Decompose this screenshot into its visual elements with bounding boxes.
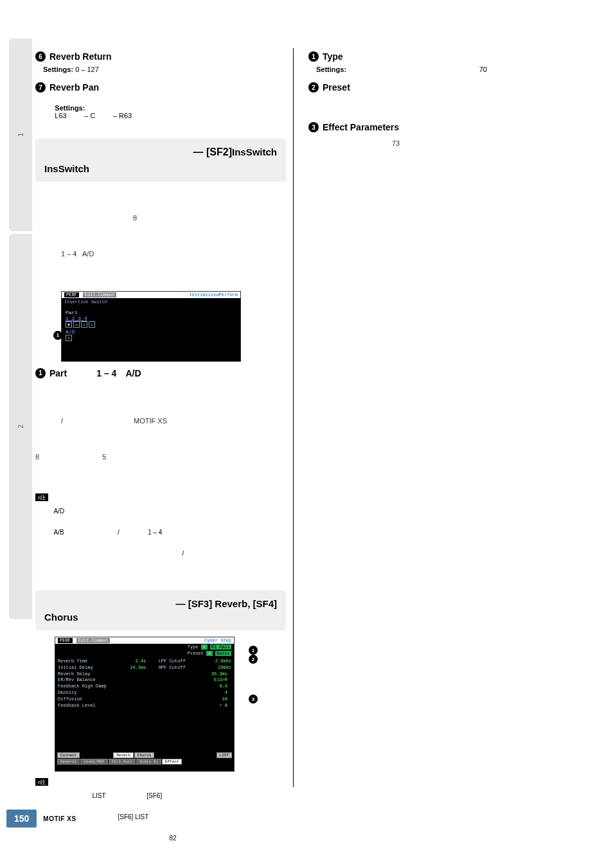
chk: ☑	[73, 321, 80, 328]
ss1-ad: A/D	[66, 329, 236, 335]
pl: Initial Delay	[58, 665, 116, 671]
side-tab-2-label: 2	[17, 425, 24, 429]
screenshot-insswitch: PERF Edit-Common InitializedPerform Inse…	[61, 291, 241, 362]
pm: 36.3ms	[206, 671, 231, 678]
part-body: / MOTIF XS 8 5	[35, 391, 286, 488]
pm: 10	[206, 696, 231, 703]
heading-reverb-return: 6 Reverb Return	[35, 51, 286, 62]
side-tab-2: 2	[9, 234, 32, 619]
callout-ss2-2: 2	[249, 655, 258, 664]
settings-label: Settings:	[43, 66, 73, 73]
pr: LPF Cutoff	[159, 659, 197, 665]
pb2: 8 5	[35, 451, 286, 463]
ep-title: Effect Parameters	[323, 122, 399, 132]
ss2-type-row: Type ▾ R3 Hall	[55, 644, 234, 650]
settings-reverb-return: Settings: 0 – 127	[43, 66, 286, 73]
pl: Reverb Delay	[58, 671, 116, 678]
heading-type: 1 Type	[308, 51, 551, 62]
ss1-subtitle: Insertion Switch	[62, 298, 240, 306]
ss1-checks: ▣☑☑☑	[66, 321, 236, 328]
nl3: 82	[53, 835, 176, 842]
screenshot-2-wrap: PERF Edit-Common Cyber Step Type ▾ R3 Ha…	[35, 637, 286, 772]
settings-reverb-pan: Settings: L63 – C – R63	[43, 96, 286, 127]
side-tab-1: 1	[9, 39, 32, 231]
preset-lbl: Preset	[188, 651, 204, 656]
insswitch-desc: 8 1 – 4 A/D	[35, 188, 286, 285]
ss1-init: InitializedPerform	[189, 292, 238, 297]
desc-line-a: 8	[61, 212, 286, 224]
type-val: R3 Hall	[210, 644, 231, 650]
ss1-tab-edit: Edit-Common	[83, 292, 116, 297]
pm: 2.4s	[124, 659, 150, 665]
n1: A/D	[53, 508, 184, 515]
box2-left: Chorus	[44, 612, 277, 623]
desc-line-b: 1 – 4 A/D	[61, 248, 286, 260]
heading-preset: 2 Preset	[308, 82, 551, 93]
settings-value: L63 – C – R63	[55, 112, 132, 120]
c1: 1	[66, 315, 69, 321]
chk: ▣	[66, 321, 72, 328]
prow: Initial Delay14.3msHPF Cutoff280Hz	[58, 665, 231, 671]
settings-label: Settings:	[55, 104, 85, 112]
ss1-topbar: PERF Edit-Common InitializedPerform	[62, 292, 240, 298]
right-column: 1 Type Settings: 70 2 Preset 3 Effect Pa…	[301, 45, 551, 150]
callout-1: 1	[53, 331, 62, 340]
ss1-ad-check: ☑	[66, 335, 236, 341]
pl: Feedback High Damp	[58, 684, 116, 690]
n3: /	[53, 550, 184, 557]
c3: 3	[78, 315, 81, 321]
prv: 280Hz	[206, 665, 231, 671]
product-name: MOTIF XS	[43, 815, 76, 822]
pm: + 0	[206, 703, 231, 709]
prow: Feedback High Damp0.9	[58, 684, 231, 690]
heading-reverb-return-label: Reverb Return	[49, 51, 111, 62]
prow: Density4	[58, 690, 231, 696]
nl1: LIST [SF6]	[53, 792, 176, 799]
ss2-perf: PERF	[58, 638, 73, 643]
heading-effect-params: 3 Effect Parameters	[308, 122, 551, 132]
settings-type: Settings: 70	[316, 66, 551, 73]
list-btn: LIST	[217, 752, 232, 758]
n2: A/B / 1 – 4	[53, 529, 184, 536]
ss2-bottom: Connect Reverb Chorus LIST General Level…	[57, 752, 232, 765]
callout-ss2-3: 3	[249, 695, 258, 704]
ep-line: 73	[308, 137, 551, 150]
preset-val: Basic	[215, 651, 231, 656]
ss2-topbar: PERF Edit-Common Cyber Step	[55, 637, 234, 644]
dd-icon: ▾	[201, 644, 208, 650]
bt: Connect	[57, 752, 80, 758]
num-1-icon: 1	[35, 368, 46, 378]
num-6-icon: 6	[35, 51, 46, 62]
left-column: 6 Reverb Return Settings: 0 – 127 7 Reve…	[35, 45, 286, 862]
part-label: Part	[49, 368, 67, 378]
callout-ss2-1: 1	[249, 646, 258, 655]
bt2: General	[57, 759, 80, 765]
heading-reverb-pan-label: Reverb Pan	[49, 82, 99, 93]
prow: Feedback Level+ 0	[58, 703, 231, 709]
num-1r-icon: 1	[308, 51, 319, 62]
dd-icon: ▾	[206, 651, 213, 656]
preset-title: Preset	[323, 82, 350, 93]
ss1-cols: 1 2 3 4	[66, 315, 236, 321]
num-3r-icon: 3	[308, 122, 319, 132]
pl: Feedback Level	[58, 703, 116, 709]
ss1-part-label: Part	[66, 310, 236, 315]
pl: Density	[58, 690, 116, 696]
chk: ☑	[66, 335, 72, 341]
sl: Settings:	[316, 66, 346, 73]
box2-right: — [SF3] Reverb, [SF4]	[44, 598, 277, 609]
heading-reverb-pan: 7 Reverb Pan	[35, 82, 286, 93]
note-tag: n注	[35, 493, 48, 501]
screenshot-1-wrap: PERF Edit-Common InitializedPerform Inse…	[35, 291, 286, 362]
prow: Reverb Delay36.3ms	[58, 671, 231, 678]
insswitch-title: InsSwitch	[44, 163, 277, 174]
pm: 0.9	[206, 684, 231, 690]
section-box-insswitch-title: InsSwitch	[35, 161, 286, 182]
prow: ER/Rev BalanceE13>R	[58, 677, 231, 684]
note-body: A/D A/B / 1 – 4 /	[53, 493, 184, 571]
side-tab-1-label: 1	[17, 133, 24, 137]
num-2r-icon: 2	[308, 82, 319, 93]
ss1-body: Part 1 2 3 4 ▣☑☑☑ A/D ☑	[62, 306, 240, 342]
pr: HPF Cutoff	[159, 665, 197, 671]
column-divider	[293, 48, 294, 787]
